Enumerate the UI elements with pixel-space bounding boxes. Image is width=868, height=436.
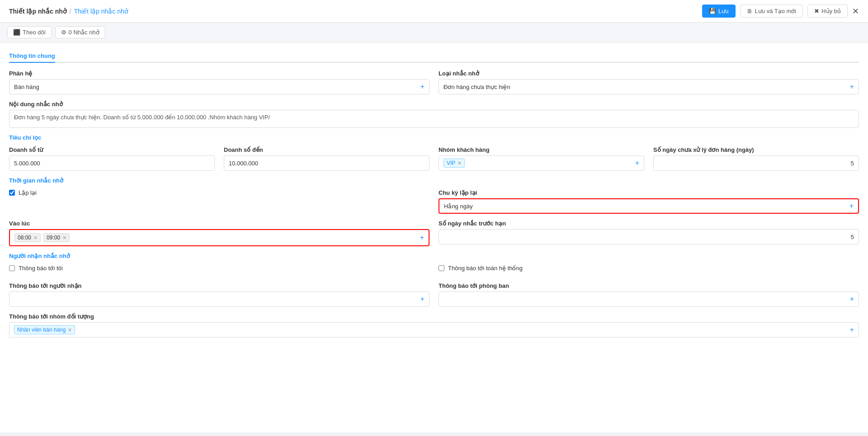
group-so-ngay-xu-ly: Số ngày chưa xử lý đơn hàng (ngày) 5 [653,146,859,171]
label-so-ngay-xu-ly: Số ngày chưa xử lý đơn hàng (ngày) [653,146,859,153]
tag-nhan-vien-close-icon[interactable]: ✕ [68,327,72,333]
phong-ban-plus-icon: + [850,295,854,303]
close-button[interactable]: ✕ [852,6,859,16]
subsection-nguoi-nhan: Người nhận nhắc nhở [9,253,859,259]
page-header: Thiết lập nhắc nhở / Thiết lập nhắc nhở … [0,0,868,23]
group-nhom-doi-tuong: Thông báo tới nhóm đối tượng Nhân viên b… [9,313,859,338]
tab-nhac-nho[interactable]: ⚙ 0 Nhắc nhở [55,26,105,38]
tag-time-0800: 08:00 ✕ [14,233,41,242]
input-doanh-so-den[interactable]: 10.000.000 [224,155,429,171]
group-phong-ban-field: Thông báo tới phòng ban + [439,282,859,307]
nhom-plus-icon: + [635,159,639,167]
chu-ky-plus-icon: + [849,202,854,210]
tag-vip-close-icon[interactable]: ✕ [458,160,462,166]
tabs-bar: ⬛ Theo dõi ⚙ 0 Nhắc nhở [0,23,868,42]
label-so-ngay-truoc-han: Số ngày nhắc trước hạn [439,220,859,227]
label-nguoi-nhan-field: Thông báo tới người nhận [9,282,429,289]
tab-theo-doi[interactable]: ⬛ Theo dõi [7,26,52,38]
tag-time-0900: 09:00 ✕ [43,233,70,242]
input-phan-he[interactable]: Bán hàng + [9,79,429,94]
checkbox-lap-lai-row: Lặp lại [9,189,429,196]
checkbox-lap-lai[interactable] [9,190,15,196]
group-doanh-so-den: Doanh số đến 10.000.000 [224,146,429,171]
group-thong-bao-toi: Thông báo tới tôi [9,265,429,276]
checkbox-thong-bao-toi-row: Thông báo tới tôi [9,265,429,272]
input-loai-nhac-nho[interactable]: Đơn hàng chưa thực hiện + [439,79,859,94]
save-create-button[interactable]: 🗎 Lưu và Tạo mới [740,5,803,18]
checkbox-thong-bao-toi[interactable] [9,265,15,271]
group-doanh-so-tu: Doanh số từ 5.000.000 [9,146,215,171]
theo-doi-icon: ⬛ [13,29,20,36]
label-doanh-so-den: Doanh số đến [224,146,429,153]
input-doanh-so-tu[interactable]: 5.000.000 [9,155,215,171]
breadcrumb-link[interactable]: Thiết lập nhắc nhở [74,8,128,15]
group-thong-bao-toan-he: Thông báo tới toàn hệ thống [439,265,859,276]
row-filter-criteria: Doanh số từ 5.000.000 Doanh số đến 10.00… [9,146,859,171]
loai-plus-icon: + [850,83,854,91]
label-chu-ky: Chu kỳ lặp lại [439,189,859,196]
group-vao-luc: Vào lúc 08:00 ✕ 09:00 ✕ + [9,220,429,246]
label-lap-lai: Lặp lại [19,189,37,196]
cancel-icon: ✖ [814,8,819,14]
input-phong-ban-field[interactable]: + [439,291,859,307]
label-thong-bao-toi: Thông báo tới tôi [19,265,63,272]
group-lap-lai: Lặp lại [9,189,429,201]
header-actions: 💾 Lưu 🗎 Lưu và Tạo mới ✖ Hủy bỏ ✕ [702,5,859,18]
section-tabs: Thông tin chung [9,50,859,63]
checkbox-thong-bao-toan-he-row: Thông báo tới toàn hệ thống [439,265,859,272]
row-vao-luc-so-ngay: Vào lúc 08:00 ✕ 09:00 ✕ + Số ngày nhắc t… [9,220,859,246]
label-nhom-doi-tuong: Thông báo tới nhóm đối tượng [9,313,859,320]
subsection-thoi-gian: Thời gian nhắc nhở [9,177,859,184]
save-create-icon: 🗎 [747,8,753,14]
label-noi-dung: Nội dung nhắc nhở [9,101,859,108]
input-nhom-khach-hang[interactable]: VIP ✕ + [439,155,644,171]
input-so-ngay-xu-ly[interactable]: 5 [653,155,859,171]
row-thong-bao-checkboxes: Thông báo tới tôi Thông báo tới toàn hệ … [9,265,859,276]
label-thong-bao-toan-he: Thông báo tới toàn hệ thống [448,265,523,272]
label-loai-nhac-nho: Loại nhắc nhở [439,70,859,77]
breadcrumb: Thiết lập nhắc nhở / Thiết lập nhắc nhở [9,8,128,15]
breadcrumb-main: Thiết lập nhắc nhở [9,8,67,15]
input-so-ngay-truoc-han[interactable]: 5 [439,229,859,244]
nhom-doi-tuong-plus-icon: + [850,326,854,334]
tag-time-0900-close-icon[interactable]: ✕ [62,235,66,241]
tab-thong-tin-chung[interactable]: Thông tin chung [9,50,55,63]
group-phan-he: Phân hệ Bán hàng + [9,70,429,94]
group-noi-dung: Nội dung nhắc nhở Đơn hàng 5 ngày chưa t… [9,101,859,128]
nguoi-nhan-plus-icon: + [420,295,425,303]
label-vao-luc: Vào lúc [9,220,429,227]
input-nhom-doi-tuong[interactable]: Nhân viên bán hàng ✕ + [9,322,859,338]
main-content: Thông tin chung Phân hệ Bán hàng + Loại … [0,42,868,432]
tag-vip: VIP ✕ [443,159,465,168]
cancel-button[interactable]: ✖ Hủy bỏ [807,5,848,18]
label-nhom-khach-hang: Nhóm khách hàng [439,146,644,153]
row-nguoi-nhan-phong-ban: Thông báo tới người nhận + Thông báo tới… [9,282,859,307]
checkbox-thong-bao-toan-he[interactable] [439,265,444,271]
tag-time-0800-close-icon[interactable]: ✕ [33,235,38,241]
save-icon: 💾 [709,8,716,14]
label-phong-ban-field: Thông báo tới phòng ban [439,282,859,289]
group-chu-ky: Chu kỳ lặp lại Hằng ngày + [439,189,859,214]
group-nguoi-nhan-field: Thông báo tới người nhận + [9,282,429,307]
group-nhom-khach-hang: Nhóm khách hàng VIP ✕ + [439,146,644,171]
input-noi-dung[interactable]: Đơn hàng 5 ngày chưa thực hiện. Doanh số… [9,110,859,128]
row-lap-lai-chu-ky: Lặp lại Chu kỳ lặp lại Hằng ngày + [9,189,859,214]
input-vao-luc[interactable]: 08:00 ✕ 09:00 ✕ + [9,229,429,246]
nhac-nho-icon: ⚙ [61,29,66,36]
subsection-tieu-chi: Tiêu chí lọc [9,134,859,141]
tag-nhan-vien: Nhân viên bán hàng ✕ [14,325,75,334]
vao-luc-plus-icon[interactable]: + [420,234,424,242]
breadcrumb-separator: / [70,8,71,15]
group-so-ngay-truoc-han: Số ngày nhắc trước hạn 5 [439,220,859,244]
row-phan-he-loai: Phân hệ Bán hàng + Loại nhắc nhở Đơn hàn… [9,70,859,94]
label-phan-he: Phân hệ [9,70,429,77]
phan-he-plus-icon: + [420,83,425,91]
input-chu-ky[interactable]: Hằng ngày + [439,198,859,214]
group-loai-nhac-nho: Loại nhắc nhở Đơn hàng chưa thực hiện + [439,70,859,94]
input-nguoi-nhan-field[interactable]: + [9,291,429,307]
save-button[interactable]: 💾 Lưu [702,5,735,18]
label-doanh-so-tu: Doanh số từ [9,146,215,153]
